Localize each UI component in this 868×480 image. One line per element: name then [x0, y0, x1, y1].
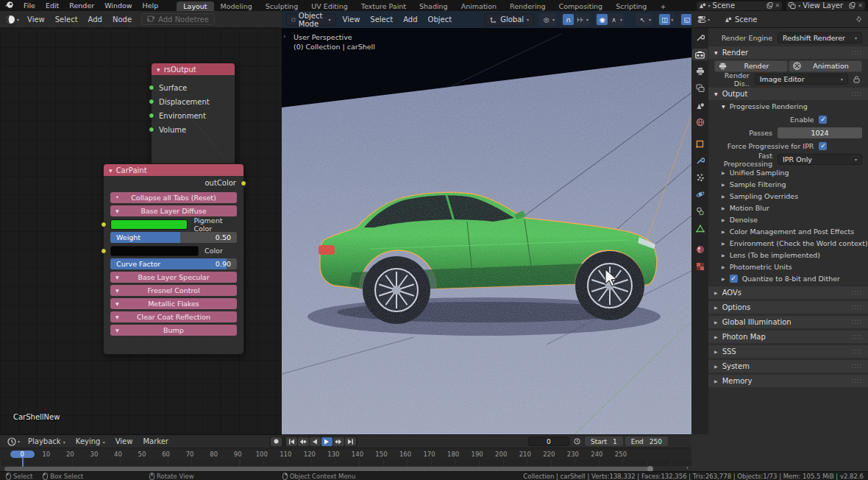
record-button[interactable] [271, 437, 282, 446]
render-display-dropdown[interactable]: Image Editor ▾ [755, 74, 848, 85]
frame-number[interactable]: 10 [35, 451, 59, 458]
drag-grip-icon[interactable]: :::: [851, 363, 862, 370]
tab-object-data[interactable] [692, 222, 708, 234]
tab-tool[interactable] [692, 32, 708, 43]
topbar-menu-item[interactable]: Window [99, 1, 137, 10]
enable-checkbox[interactable]: ✓ [819, 116, 827, 124]
frame-number[interactable]: 210 [513, 451, 537, 458]
render-button[interactable]: Render [714, 60, 788, 72]
tab-material[interactable] [692, 244, 708, 255]
view-menu[interactable]: View [110, 437, 138, 445]
progressive-rendering-header[interactable]: ▼ Progressive Rendering [708, 100, 868, 113]
shader-node-editor[interactable]: ▼ rsOutput Surface Displacement Environm… [0, 28, 282, 434]
prev-keyframe-button[interactable] [298, 437, 309, 446]
collapsed-subpanel[interactable]: ▶ Photometric Units [708, 261, 868, 272]
frame-number[interactable]: 60 [154, 451, 178, 458]
render-panel-header[interactable]: ▼ Render :::: [708, 46, 868, 59]
node-rsoutput[interactable]: ▼ rsOutput Surface Displacement Environm… [151, 63, 235, 168]
frame-number[interactable]: 140 [346, 451, 370, 458]
input-socket[interactable] [149, 113, 154, 119]
node-carpaint-header[interactable]: ▼ CarPaint [104, 164, 243, 176]
proportional-editing-icon[interactable]: ◉ [597, 14, 608, 25]
drag-grip-icon[interactable]: :::: [851, 333, 862, 340]
workspace-tab[interactable]: Shading [413, 1, 455, 11]
viewport-menu-item[interactable]: Object [423, 15, 458, 24]
frame-number[interactable]: 50 [130, 451, 154, 458]
collapsed-panel-header[interactable]: ▶ Global Illumination :::: [708, 316, 868, 328]
force-progressive-checkbox[interactable]: ✓ [819, 142, 827, 150]
tab-view-layer[interactable] [692, 82, 708, 94]
new-datablock-icon[interactable] [849, 2, 855, 9]
frame-number[interactable]: 190 [465, 451, 489, 458]
animation-button[interactable]: Animation [789, 60, 862, 72]
frame-number[interactable]: 20 [58, 451, 82, 458]
workspace-tab[interactable]: Compositing [552, 1, 610, 11]
collapsed-panel-header[interactable]: ▶ AOVs :::: [708, 286, 868, 299]
editor-type-selector[interactable]: ▾ [694, 13, 713, 26]
frame-number[interactable]: 200 [489, 451, 513, 458]
collapsed-panel-header[interactable]: ▶ Options :::: [708, 301, 868, 314]
input-socket[interactable] [149, 99, 154, 105]
jump-to-end-button[interactable] [345, 437, 356, 446]
input-socket[interactable] [149, 127, 154, 133]
topbar-menu-item[interactable]: Edit [40, 1, 64, 10]
viewport-menu-item[interactable]: Add [398, 15, 422, 24]
transform-orientation-selector[interactable]: Global ▾ [485, 13, 534, 26]
drag-grip-icon[interactable]: :::: [851, 289, 862, 296]
collapse-icon[interactable]: ▼ [109, 168, 113, 173]
tab-constraints[interactable] [692, 205, 708, 217]
input-socket[interactable] [101, 248, 107, 254]
frame-number[interactable]: 230 [561, 451, 586, 458]
tab-world[interactable] [692, 116, 708, 128]
unlink-icon[interactable]: ✕ [858, 2, 863, 9]
frame-number[interactable]: 110 [274, 451, 298, 458]
jump-to-start-button[interactable] [286, 437, 297, 446]
shader-tab-button[interactable]: ▼ Metallic Flakes [110, 298, 237, 309]
pigment-color-swatch[interactable] [110, 219, 188, 230]
workspace-tab[interactable]: Scripting [609, 1, 653, 11]
frame-number[interactable]: 130 [321, 451, 346, 458]
workspace-tab[interactable]: UV Editing [305, 1, 355, 11]
xray-toggle-icon[interactable]: ◱ [681, 14, 692, 25]
frame-number[interactable]: 30 [82, 451, 107, 458]
collapsed-subpanel[interactable]: ▶ Color Management and Post Effects [708, 225, 868, 237]
play-reverse-button[interactable] [310, 437, 321, 446]
collapsed-subpanel[interactable]: ▶ Denoise [708, 213, 868, 225]
tab-output[interactable] [692, 66, 708, 77]
output-panel-header[interactable]: ▼ Output :::: [708, 88, 868, 100]
playback-menu[interactable]: Playback ▾ [23, 437, 71, 445]
shader-tab-button[interactable]: ▼ Fresnel Control [110, 285, 237, 296]
show-gizmo-icon[interactable]: ↖ [637, 14, 648, 25]
collapsed-panel-header[interactable]: ▶ System :::: [708, 360, 868, 373]
node-carpaint[interactable]: ▼ CarPaint outColor • Collapse all Tabs … [103, 163, 244, 355]
play-button[interactable] [321, 437, 332, 446]
frame-number[interactable]: 250 [609, 451, 633, 458]
add-nodetree-button[interactable]: Add Nodetree [141, 13, 215, 25]
tab-object[interactable] [692, 138, 708, 149]
drag-grip-icon[interactable]: :::: [851, 378, 862, 384]
use-preview-range-icon[interactable] [572, 437, 583, 446]
snap-toggle-icon[interactable]: ∩ [563, 14, 574, 25]
shader-tab-button[interactable]: ▼ Base Layer Specular [110, 272, 237, 283]
topbar-menu-item[interactable]: Help [138, 1, 164, 10]
frame-number[interactable]: 40 [106, 451, 130, 458]
editor-type-selector[interactable]: ▾ [3, 13, 22, 26]
pin-icon[interactable] [855, 15, 863, 23]
frame-number[interactable]: 100 [249, 451, 274, 458]
shader-tab-button[interactable]: ▼ Bump [110, 325, 237, 336]
marker-menu[interactable]: Marker [138, 437, 174, 445]
view-layer-selector[interactable]: ▾ View Layer ✕ [786, 1, 865, 10]
workspace-tab[interactable]: + [653, 1, 672, 11]
drag-grip-icon[interactable]: :::: [851, 348, 862, 355]
pivot-point-icon[interactable]: ◎ [541, 14, 552, 25]
curve-factor-slider[interactable]: Curve Factor 0.90 [110, 258, 237, 269]
workspace-tab[interactable]: Layout [177, 1, 213, 11]
color-swatch[interactable] [110, 246, 199, 256]
drag-grip-icon[interactable]: :::: [851, 319, 862, 325]
drag-grip-icon[interactable]: :::: [851, 91, 862, 97]
3d-viewport[interactable]: › User Perspective (0) Collection | carS… [282, 28, 691, 434]
topbar-menu-item[interactable]: File [18, 1, 40, 10]
workspace-tab[interactable]: Texture Paint [355, 1, 413, 11]
frame-number[interactable]: 240 [585, 451, 609, 458]
drag-grip-icon[interactable]: :::: [851, 304, 862, 311]
